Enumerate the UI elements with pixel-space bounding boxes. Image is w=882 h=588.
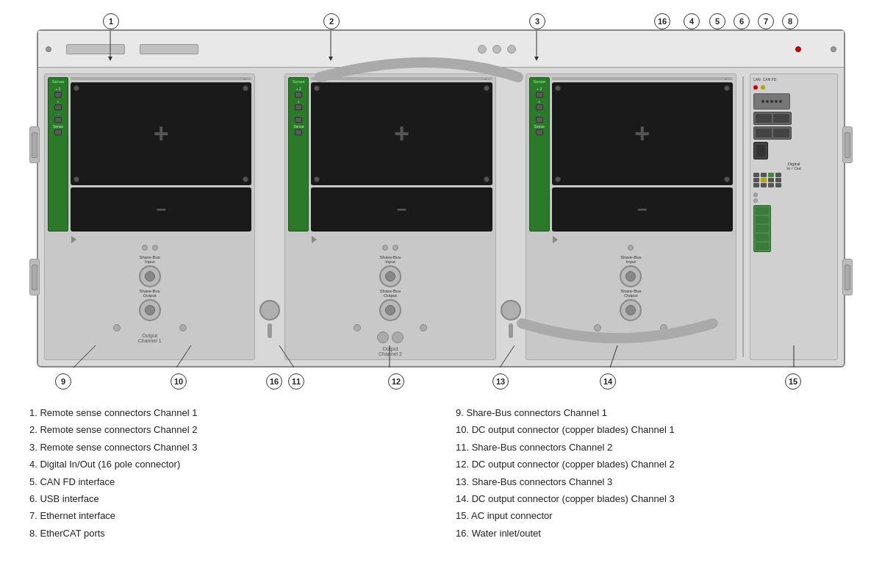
dio-p1 [753, 173, 759, 177]
legend-num-7: 7 [29, 510, 35, 521]
dio-p3 [768, 173, 774, 177]
ch2-sbi-inner [385, 271, 395, 282]
legend-num-11: 11 [456, 442, 466, 453]
legend-text-8: EtherCAT ports [40, 528, 104, 539]
legend-item-15: 15. AC input connector [456, 507, 853, 524]
ch1-sbi-label: Share-BusInput [139, 255, 159, 264]
mount-left-top [29, 126, 40, 163]
screw8 [295, 129, 302, 135]
iface-led-dots [753, 193, 834, 203]
legend-item-9: 9. Share-Bus connectors Channel 1 [456, 404, 853, 421]
s12 [724, 176, 730, 182]
screw1 [54, 92, 62, 98]
ch1-plus: + [154, 118, 169, 149]
ch1-sbo-connector [139, 299, 161, 321]
legend-num-8: 8 [29, 528, 35, 539]
ch2-bc1 [377, 331, 389, 343]
legend-num-13: 13 [456, 476, 466, 487]
ch2-power: + - + − [311, 77, 492, 232]
ch3-bottom-screws [594, 324, 667, 331]
legend-num-3: 3 [29, 442, 35, 453]
ch3-sharebus: Share-BusInput Share-BusOutput [620, 255, 642, 321]
water-inlet-1 [259, 74, 280, 360]
legend-num-15: 15 [456, 510, 466, 521]
legend-num-14: 14 [456, 493, 466, 504]
label-2: 2 [323, 13, 340, 29]
right-divider [742, 76, 744, 357]
screw7 [295, 117, 302, 123]
dio-row2 [753, 178, 834, 182]
ch3-plus: + [634, 118, 650, 149]
ch2-sharebus: Share-BusInput Share-BusOutput [379, 255, 401, 321]
t3r3: - [536, 112, 543, 123]
legend-text-3: Remote sense connectors Channel 3 [40, 442, 197, 453]
eth-p2-b [773, 129, 789, 137]
ch1-power: + - + − [71, 77, 251, 232]
db9-pin1 [761, 100, 764, 103]
t2r2: + [295, 99, 302, 110]
ch3-leds [628, 245, 634, 251]
ch1-sbi-inner [145, 271, 155, 282]
ch1-sharebus: Share-BusInput Share-BusOutput [139, 255, 161, 321]
lan-label: LAN [753, 77, 761, 82]
ch2-block-top: + [311, 82, 492, 185]
ch3-power: + - + − [552, 77, 733, 232]
ch2-bottom-screws [354, 324, 427, 331]
ch1-arrow-icon [71, 236, 76, 243]
screw9 [536, 92, 543, 98]
legend-left: 1. Remote sense connectors Channel 1 2. … [29, 404, 426, 542]
db9-pin5 [779, 100, 782, 103]
ch1-bottom-screws [113, 324, 187, 331]
ch1-sbo-label: Share-BusOutput [139, 289, 159, 298]
label-1: 1 [103, 13, 119, 29]
legend-item-8: 8. EtherCAT ports [29, 525, 426, 542]
legend-item-12: 12. DC output connector (copper blades) … [456, 456, 853, 473]
eth-p1-b [773, 114, 789, 123]
slot-2 [140, 44, 198, 54]
ch3-output-label: OutputChannel 3 [619, 333, 642, 343]
s1 [74, 85, 79, 91]
bscrew1 [113, 324, 121, 331]
ch1-top: Sense + 2 + - [48, 77, 251, 232]
legend-num-5: 5 [29, 476, 35, 487]
t2r3: - [295, 112, 302, 123]
ch2-bottom-conn [377, 331, 404, 343]
s2 [243, 85, 248, 91]
ch3-terminal: Sense + 2 + - [529, 77, 550, 232]
ch2-led2 [392, 245, 398, 251]
mount-left-bottom [29, 259, 40, 295]
ch2-sbo-label: Share-BusOutput [380, 289, 401, 298]
ch1-block-bottom: − [71, 187, 251, 232]
ch2-led1 [382, 245, 388, 251]
bscrew5 [594, 324, 601, 331]
legend-item-4: 4. Digital In/Out (16 pole connector) [29, 456, 426, 473]
bscrew4 [420, 324, 427, 331]
eth-ports [753, 112, 834, 140]
label-5: 5 [709, 13, 725, 29]
dio-p8 [775, 178, 781, 182]
legend-text-15: AC input connector [471, 510, 553, 521]
digital-io-block [753, 173, 834, 187]
dot2 [753, 198, 758, 203]
label-15: 15 [785, 373, 801, 390]
iface-top-labels: LAN CAN FD [753, 77, 834, 82]
screw10 [536, 104, 543, 110]
ch3-sbo-connector [620, 299, 642, 321]
dio-p11 [768, 183, 774, 187]
t2r1: + 2 [295, 87, 302, 98]
ch1-block-top: + [71, 82, 251, 185]
eth-port-1 [753, 112, 792, 125]
label-7: 7 [758, 13, 774, 29]
ch3-arrow [553, 236, 558, 243]
legend-num-9: 9 [456, 407, 461, 418]
dot-3 [507, 45, 516, 54]
label-16-top: 16 [654, 13, 670, 29]
ch3-block-bottom: − [552, 187, 733, 232]
t3r2: + [536, 99, 543, 110]
ch3-top-strip: + - [552, 77, 733, 80]
bscrew6 [660, 324, 667, 331]
ch3-sbo-label: Share-BusOutput [620, 289, 641, 298]
legend-item-14: 14. DC output connector (copper blades) … [456, 490, 853, 507]
water-pipe-2 [509, 323, 513, 338]
dio-p6 [761, 178, 767, 182]
